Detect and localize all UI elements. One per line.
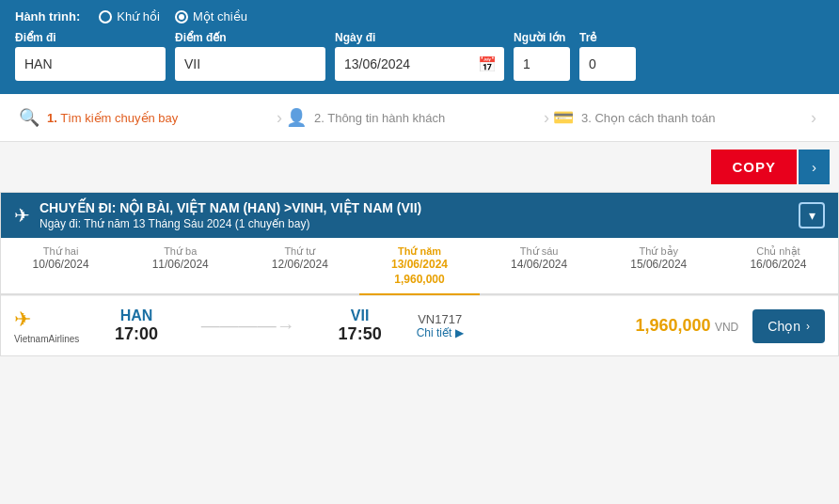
search-bar: Hành trình: Khứ hồi Một chiều Điểm đi Đi… (0, 0, 839, 94)
day-name: Thứ bảy (603, 245, 715, 258)
adults-field-group: Người lớn (514, 31, 570, 81)
day-name: Thứ hai (5, 245, 117, 258)
origin-label: Điểm đi (15, 31, 166, 44)
children-label: Trẻ (579, 31, 636, 44)
step-1[interactable]: 🔍 1. Tìm kiếm chuyến bay (19, 107, 273, 128)
adults-input[interactable] (514, 47, 570, 81)
copy-button[interactable]: COPY (711, 150, 797, 184)
flight-number-block: VN1717 Chi tiết ▶ (417, 312, 464, 339)
action-bar: COPY › (0, 142, 839, 192)
wallet-icon: 💳 (553, 107, 574, 128)
step-3-label: 3. Chọn cách thanh toán (581, 111, 715, 125)
airline-logo: ✈ VietnamAirlines (14, 307, 99, 344)
search-icon: 🔍 (19, 107, 40, 128)
airline-name: VietnamAirlines (14, 334, 79, 344)
detail-link[interactable]: Chi tiết ▶ (417, 326, 464, 339)
step-arrow-1: › (277, 108, 282, 128)
date-value: 14/06/2024 (483, 258, 595, 271)
day-name: Thứ năm (363, 245, 475, 258)
step-3[interactable]: 💳 3. Chọn cách thanh toán (553, 107, 807, 128)
origin-code: HAN (120, 307, 153, 324)
origin-block: HAN 17:00 (108, 307, 165, 344)
step-arrow-3: › (811, 108, 816, 128)
flight-row: ✈ VietnamAirlines HAN 17:00 ————→ VII 17… (1, 295, 838, 355)
flight-title-block: CHUYẾN ĐI: NỘI BÀI, VIỆT NAM (HAN) >VINH… (40, 200, 421, 230)
step-2[interactable]: 👤 2. Thông tin hành khách (286, 107, 540, 128)
flight-section: ✈ CHUYẾN ĐI: NỘI BÀI, VIỆT NAM (HAN) >VI… (0, 192, 839, 356)
flight-header-left: ✈ CHUYẾN ĐI: NỘI BÀI, VIỆT NAM (HAN) >VI… (14, 200, 421, 230)
round-trip-radio[interactable] (99, 10, 112, 24)
collapse-button[interactable]: ▾ (799, 202, 825, 228)
one-way-option[interactable]: Một chiều (175, 9, 247, 24)
date-tab[interactable]: Thứ tư 12/06/2024 (240, 238, 359, 295)
date-label: Ngày đi (335, 31, 504, 44)
children-field-group: Trẻ (579, 31, 636, 81)
date-price: 1,960,000 (363, 273, 475, 286)
origin-input[interactable] (15, 47, 166, 81)
destination-time: 17:50 (339, 324, 382, 344)
day-name: Chủ nhật (722, 245, 834, 258)
date-value: 12/06/2024 (244, 258, 356, 271)
day-name: Thứ ba (124, 245, 236, 258)
price-block: 1,960,000 VND (630, 316, 743, 336)
day-name: Thứ sáu (483, 245, 595, 258)
date-tab[interactable]: Thứ ba 11/06/2024 (120, 238, 240, 295)
origin-time: 17:00 (115, 324, 158, 344)
trip-type-group: Khứ hồi Một chiều (99, 9, 247, 24)
date-value: 10/06/2024 (5, 258, 117, 271)
date-tab[interactable]: Chủ nhật 16/06/2024 (719, 238, 838, 295)
date-value: 16/06/2024 (722, 258, 834, 271)
date-input[interactable] (335, 47, 504, 81)
flight-number: VN1717 (418, 312, 462, 326)
day-name: Thứ tư (244, 245, 356, 258)
person-icon: 👤 (286, 107, 307, 128)
journey-row: Hành trình: Khứ hồi Một chiều (15, 9, 824, 24)
journey-label: Hành trình: (15, 9, 80, 24)
date-value: 13/06/2024 (363, 258, 475, 271)
one-way-radio[interactable] (175, 10, 188, 24)
detail-arrow-icon: ▶ (455, 326, 464, 339)
date-value: 11/06/2024 (124, 258, 236, 271)
step-1-label: 1. Tìm kiếm chuyến bay (47, 111, 178, 125)
date-tab[interactable]: Thứ bảy 15/06/2024 (599, 238, 719, 295)
destination-code: VII (351, 307, 370, 324)
price-currency: VND (715, 321, 738, 334)
select-arrow-icon: › (806, 320, 810, 333)
search-fields: Điểm đi Điểm đến Ngày đi 📅 Người lớn Trẻ (15, 31, 824, 81)
flight-title: CHUYẾN ĐI: NỘI BÀI, VIỆT NAM (HAN) >VINH… (40, 200, 421, 215)
date-value: 15/06/2024 (603, 258, 715, 271)
date-field-group: Ngày đi 📅 (335, 31, 504, 81)
step-arrow-2: › (544, 108, 549, 128)
adults-label: Người lớn (514, 31, 570, 44)
destination-input[interactable] (175, 47, 325, 81)
destination-label: Điểm đến (175, 31, 325, 44)
plane-icon: ✈ (14, 204, 30, 227)
round-trip-option[interactable]: Khứ hồi (99, 9, 160, 24)
date-tabs: Thứ hai 10/06/2024 Thứ ba 11/06/2024 Thứ… (1, 238, 838, 295)
date-wrapper: 📅 (335, 47, 504, 81)
date-tab[interactable]: Thứ năm 13/06/2024 1,960,000 (359, 238, 479, 295)
route-arrow: ————→ (174, 315, 323, 337)
flight-subtitle: Ngày đi: Thứ năm 13 Tháng Sáu 2024 (1 ch… (40, 217, 421, 230)
date-tab[interactable]: Thứ sáu 14/06/2024 (480, 238, 599, 295)
price-value: 1,960,000 (635, 316, 710, 335)
select-button[interactable]: Chọn › (752, 309, 825, 343)
children-input[interactable] (579, 47, 636, 81)
steps-bar: 🔍 1. Tìm kiếm chuyến bay › 👤 2. Thông ti… (0, 94, 839, 142)
step-2-label: 2. Thông tin hành khách (314, 111, 445, 125)
destination-field-group: Điểm đến (175, 31, 325, 81)
date-tab[interactable]: Thứ hai 10/06/2024 (1, 238, 120, 295)
origin-field-group: Điểm đi (15, 31, 166, 81)
vietnam-airlines-icon: ✈ (14, 307, 31, 332)
destination-block: VII 17:50 (332, 307, 388, 344)
expand-button[interactable]: › (799, 150, 830, 184)
flight-header: ✈ CHUYẾN ĐI: NỘI BÀI, VIỆT NAM (HAN) >VI… (1, 193, 838, 238)
